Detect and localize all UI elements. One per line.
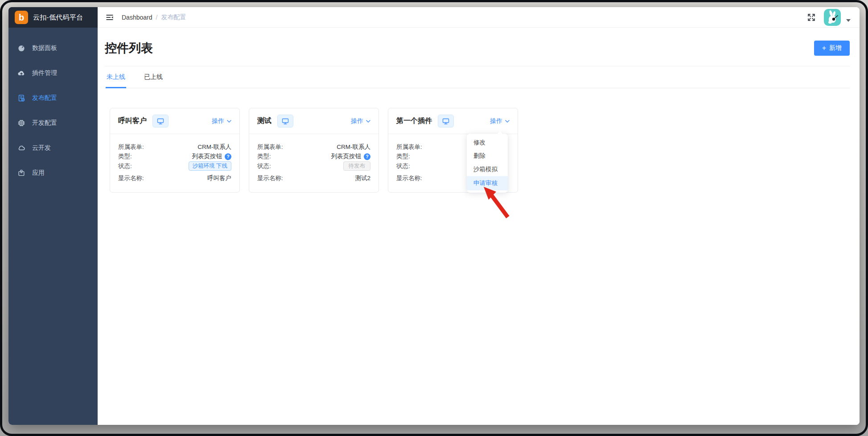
tab-not-online[interactable]: 未上线: [106, 66, 126, 88]
sidebar-item-apps[interactable]: 应用: [8, 160, 98, 185]
avatar[interactable]: [824, 9, 841, 26]
sidebar: b 云扣-低代码平台 数据面板 插件管理: [8, 7, 98, 425]
tabs: 未上线 已上线: [105, 66, 850, 88]
add-button-label: 新增: [829, 44, 842, 52]
sidebar-item-cloud-dev[interactable]: 云开发: [8, 136, 98, 160]
chevron-down-icon: [227, 120, 231, 123]
field-display-name: 显示名称: 测试2: [257, 174, 370, 184]
widget-card-first-plugin: 第一个插件 操作: [388, 108, 518, 193]
action-dropdown-menu: 修改 删除 沙箱模拟 申请审核: [467, 134, 508, 193]
preview-button[interactable]: [277, 115, 293, 128]
app-box-icon: [17, 169, 25, 177]
rabbit-avatar-icon: [824, 9, 841, 26]
menu-fold-icon[interactable]: [106, 13, 114, 21]
cloud-icon: [17, 144, 25, 152]
user-menu-caret-icon[interactable]: [846, 19, 851, 22]
card-header: 测试 操作: [249, 108, 378, 134]
field-type: 类型: 列表页按钮 ?: [257, 152, 370, 162]
app-window: b 云扣-低代码平台 数据面板 插件管理: [8, 7, 860, 425]
brand-name: 云扣-低代码平台: [33, 13, 83, 22]
tab-online[interactable]: 已上线: [143, 66, 164, 88]
card-body: 所属表单: CRM-联系人 类型: 列表页按钮 ?: [110, 134, 239, 192]
sidebar-item-label: 发布配置: [32, 94, 57, 102]
breadcrumb-current: 发布配置: [161, 13, 186, 21]
menu-item-apply-review[interactable]: 申请审核: [467, 176, 508, 190]
chevron-down-icon: [366, 120, 370, 123]
action-label: 操作: [351, 117, 363, 125]
sidebar-item-label: 插件管理: [32, 69, 57, 77]
widget-card-test: 测试 操作: [249, 108, 379, 193]
card-header: 第一个插件 操作: [388, 108, 518, 134]
file-audit-icon: [17, 94, 25, 102]
menu-item-delete[interactable]: 删除: [467, 149, 508, 163]
breadcrumb: Dashboard / 发布配置: [122, 13, 186, 21]
main-area: Dashboard / 发布配置: [98, 7, 860, 425]
action-dropdown-trigger[interactable]: 操作: [212, 117, 231, 125]
page-title: 控件列表: [105, 40, 153, 56]
monitor-icon: [282, 118, 289, 125]
status-badge: 待发布: [343, 161, 371, 171]
breadcrumb-dashboard[interactable]: Dashboard: [122, 14, 152, 21]
sidebar-item-label: 开发配置: [32, 119, 57, 127]
sidebar-item-label: 数据面板: [32, 44, 57, 52]
card-header: 呼叫客户 操作: [110, 108, 239, 134]
screenshot-frame: b 云扣-低代码平台 数据面板 插件管理: [0, 0, 868, 436]
status-badge: 沙箱环境 下线: [189, 161, 231, 171]
preview-button[interactable]: [152, 115, 169, 128]
cpu-icon: [17, 119, 25, 127]
page-content: 控件列表 + 新增 未上线 已上线 呼叫客户: [98, 28, 860, 425]
sidebar-item-data-panel[interactable]: 数据面板: [8, 36, 98, 61]
monitor-icon: [157, 118, 164, 125]
monitor-icon: [442, 118, 449, 125]
help-icon[interactable]: ?: [225, 153, 231, 160]
field-form: 所属表单: CRM-联系人: [118, 142, 231, 152]
page-header: 控件列表 + 新增: [105, 37, 850, 66]
card-list: 呼叫客户 操作: [110, 108, 850, 193]
help-icon[interactable]: ?: [364, 153, 370, 160]
field-type: 类型: 列表页按钮 ?: [118, 152, 231, 162]
sidebar-menu: 数据面板 插件管理 发布配置: [8, 28, 98, 185]
widget-card-call-customer: 呼叫客户 操作: [110, 108, 240, 193]
breadcrumb-separator: /: [156, 14, 158, 21]
cloud-upload-icon: [17, 69, 25, 77]
card-title: 呼叫客户: [118, 116, 147, 126]
plus-icon: +: [822, 45, 826, 52]
action-label: 操作: [490, 117, 502, 125]
field-status: 状态: 待发布: [257, 161, 370, 171]
sidebar-item-publish-config[interactable]: 发布配置: [8, 86, 98, 111]
preview-button[interactable]: [438, 115, 454, 128]
card-body: 所属表单: CRM-联系人 类型: 列表页按钮 ?: [249, 134, 378, 192]
sidebar-item-plugin-management[interactable]: 插件管理: [8, 61, 98, 86]
menu-item-sandbox-simulate[interactable]: 沙箱模拟: [467, 163, 508, 176]
chevron-down-icon: [505, 120, 510, 123]
brand-logo: b: [15, 11, 28, 24]
card-title: 第一个插件: [396, 116, 432, 126]
sidebar-item-label: 云开发: [32, 144, 51, 152]
dashboard-icon: [17, 44, 25, 52]
field-form: 所属表单: CRM-联系人: [257, 142, 370, 152]
field-display-name: 显示名称: 呼叫客户: [118, 174, 231, 184]
card-title: 测试: [257, 116, 272, 126]
action-dropdown-trigger[interactable]: 操作: [351, 117, 370, 125]
sidebar-item-label: 应用: [32, 169, 45, 177]
topbar: Dashboard / 发布配置: [98, 7, 860, 28]
action-label: 操作: [212, 117, 224, 125]
add-button[interactable]: + 新增: [814, 41, 850, 56]
field-status: 状态: 沙箱环境 下线: [118, 161, 231, 171]
sidebar-item-dev-config[interactable]: 开发配置: [8, 111, 98, 136]
fullscreen-icon[interactable]: [807, 13, 816, 22]
menu-item-modify[interactable]: 修改: [467, 136, 508, 149]
sidebar-logo: b 云扣-低代码平台: [8, 7, 98, 28]
action-dropdown-trigger[interactable]: 操作: [490, 117, 510, 125]
